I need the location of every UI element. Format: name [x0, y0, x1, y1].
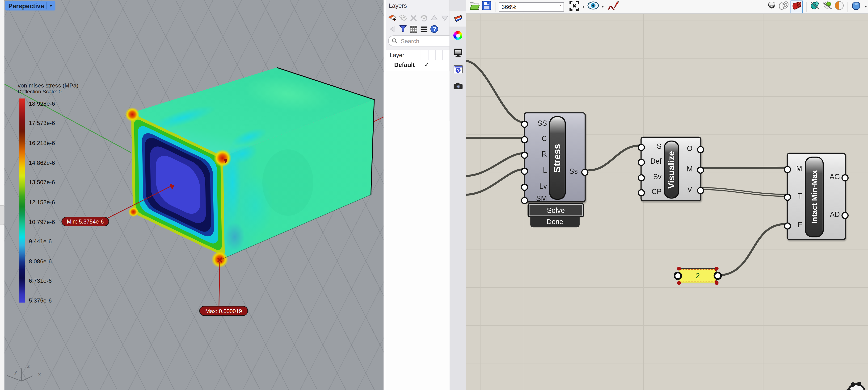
zoom-extents-dropdown-icon[interactable]: ▼ — [582, 5, 585, 8]
wire-to-l — [466, 169, 524, 195]
layer-table-header: Layer — [386, 50, 450, 60]
zoom-level-combobox[interactable]: 366% ˇ — [499, 2, 564, 11]
panel-output-socket[interactable] — [714, 272, 722, 280]
camera-tab-icon[interactable] — [453, 82, 463, 91]
visualize-port-label: O — [682, 144, 698, 153]
intact-name-capsule[interactable]: Intact Min-Max — [805, 157, 824, 237]
zoom-level-value: 366% — [501, 3, 516, 10]
grasshopper-window: 366% ˇ ▼ ▼ — [466, 0, 868, 390]
filter-icon[interactable] — [398, 24, 408, 34]
axis-z-label: z — [27, 363, 30, 369]
intact-port-label: AG — [825, 172, 844, 181]
shaded-display-icon-selected[interactable] — [790, 0, 803, 13]
visualize-port-label: S — [643, 142, 661, 151]
panel-corner-grip[interactable] — [715, 281, 718, 285]
duplicate-layer-button[interactable] — [419, 13, 429, 23]
layer-row-default[interactable]: Default ✓ — [386, 60, 450, 71]
wireframe-display-icon[interactable] — [778, 1, 789, 12]
done-button[interactable]: Done — [530, 216, 580, 227]
move-layer-down-button[interactable] — [440, 13, 450, 23]
legend-value: 8.086e-6 — [29, 258, 52, 264]
search-icon — [392, 38, 397, 44]
disable-preview-icon[interactable] — [822, 0, 833, 13]
solve-button[interactable]: Solve — [527, 203, 584, 218]
viewport-tab-divider — [46, 2, 47, 9]
collapse-button[interactable] — [388, 24, 397, 34]
wireframe-shell-display-icon[interactable] — [767, 1, 777, 12]
layer-list-empty-area — [386, 71, 450, 390]
viewport-tab-perspective[interactable]: Perspective ▼ — [5, 1, 55, 11]
panel-corner-grip[interactable] — [677, 281, 681, 285]
legend-value: 12.152e-6 — [29, 199, 55, 205]
wire-to-ss — [466, 61, 524, 122]
legend-title: von mises stress (MPa) — [18, 82, 79, 89]
chevron-down-icon[interactable]: ˇ — [560, 4, 561, 9]
help-icon[interactable]: ? — [430, 24, 439, 34]
new-sublayer-button[interactable] — [398, 13, 408, 23]
legend-colorbar — [19, 99, 25, 303]
intact-port-label: T — [788, 192, 802, 200]
save-file-button[interactable] — [482, 0, 492, 13]
stress-port-label: SS — [527, 119, 547, 127]
stress-port-label: R — [527, 150, 547, 158]
new-layer-button[interactable]: + — [388, 13, 397, 23]
grasshopper-canvas[interactable]: Stress SS C R L Lv SM Ss Solve Done — [466, 14, 868, 390]
grasshopper-toolbar: 366% ˇ ▼ ▼ — [466, 0, 868, 14]
selection-display-icon[interactable] — [851, 1, 861, 12]
visualize-name-capsule[interactable]: Visualize — [663, 140, 679, 199]
legend-value: 18.928e-6 — [29, 100, 55, 107]
sketch-pen-button[interactable] — [607, 0, 619, 13]
zoom-extents-button[interactable] — [569, 0, 580, 13]
axis-y-label: y — [14, 368, 17, 375]
wire-panel-to-f — [717, 224, 786, 275]
toolbar-separator — [495, 1, 495, 12]
search-input[interactable] — [400, 37, 457, 45]
legend-value: 9.441e-6 — [29, 238, 52, 245]
open-file-button[interactable] — [469, 0, 480, 13]
intact-port-label: M — [788, 164, 802, 172]
color-wheel-tab-icon[interactable] — [453, 31, 463, 40]
layers-panel-title: Layers — [389, 2, 407, 9]
toolbar-separator — [847, 1, 848, 12]
hide-preview-icon[interactable] — [810, 0, 820, 13]
intact-name-label: Intact Min-Max — [810, 170, 819, 224]
rhino-viewport[interactable]: Perspective ▼ von mises stress (MPa) Def… — [4, 0, 384, 390]
menu-icon[interactable] — [419, 24, 429, 34]
move-layer-up-button[interactable] — [430, 13, 439, 23]
legend-value: 6.731e-6 — [29, 277, 52, 284]
display-tab-icon[interactable] — [453, 48, 463, 58]
stress-port-label: Lv — [527, 182, 547, 190]
current-layer-checkmark: ✓ — [424, 61, 430, 69]
gh-component-intact-min-max[interactable]: Intact Min-Max M T F AG AD — [786, 153, 846, 240]
viewport-tab-dropdown-icon[interactable]: ▼ — [49, 4, 53, 7]
stress-port-label: C — [527, 134, 547, 143]
preview-dropdown-icon[interactable]: ▼ — [601, 5, 604, 8]
gh-component-stress[interactable]: Stress SS C R L Lv SM Ss — [524, 112, 586, 202]
panel-corner-grip[interactable] — [715, 267, 718, 270]
panel-gap — [384, 0, 386, 390]
visualize-port-label: Def — [643, 157, 661, 165]
delete-layer-button[interactable] — [408, 13, 418, 23]
visualize-port-label: M — [682, 165, 698, 173]
viewport-scene — [4, 0, 384, 390]
layers-tab-icon[interactable] — [453, 14, 463, 23]
axis-x-label: x — [38, 371, 41, 377]
stress-name-capsule[interactable]: Stress — [549, 116, 566, 200]
help-tab-icon[interactable]: ? — [453, 65, 463, 74]
legend-value: 5.375e-6 — [29, 297, 52, 304]
legend-value: 14.862e-6 — [29, 159, 55, 166]
panel-corner-grip[interactable] — [677, 267, 681, 270]
intact-port-label: F — [788, 221, 802, 229]
preview-eye-button[interactable] — [587, 1, 599, 12]
min-value-badge: Min: 5.3754e-6 — [61, 217, 109, 226]
gh-component-visualize[interactable]: Visualize S Def Sv CP O M V — [641, 136, 702, 201]
stress-name-label: Stress — [552, 143, 563, 172]
gh-number-panel[interactable]: 2 — [679, 268, 717, 283]
legend-value: 13.507e-6 — [29, 179, 55, 185]
panel-input-socket[interactable] — [674, 272, 682, 280]
legend-value: 16.218e-6 — [29, 139, 55, 146]
svg-text:+: + — [393, 17, 396, 22]
preview-mesh-quality-icon[interactable] — [834, 0, 844, 13]
table-view-icon[interactable] — [408, 24, 418, 34]
display-dropdown-icon[interactable]: ▼ — [864, 5, 868, 8]
